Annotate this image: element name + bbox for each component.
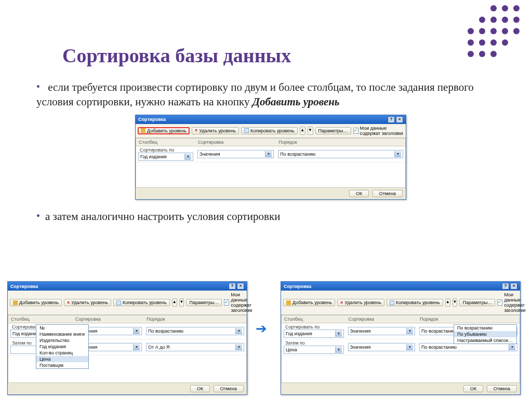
headers-checkbox[interactable]: ✓Мои данные содержат заголовки	[224, 292, 253, 313]
options-button[interactable]: Параметры…	[459, 299, 495, 306]
add-icon	[286, 300, 291, 305]
list-item[interactable]: Настраиваемый список…	[454, 337, 516, 344]
cancel-button[interactable]: Отмена	[373, 190, 403, 197]
col-column: Столбец	[8, 315, 73, 323]
sort-dialog-3: Сортировка ? × Добавить уровень ×Удалить…	[281, 281, 521, 395]
row-thenby: Затем по	[284, 339, 307, 347]
sort-dialog-2: Сортировка ? × Добавить уровень ×Удалить…	[7, 281, 247, 395]
row-sortby: Сортировать по	[284, 323, 321, 331]
close-icon[interactable]: ×	[396, 116, 403, 123]
add-icon	[13, 300, 18, 305]
delete-level-button[interactable]: ×Удалить уровень	[337, 299, 384, 306]
options-button[interactable]: Параметры…	[315, 127, 351, 134]
col-column: Столбец	[136, 139, 195, 146]
col-order: Порядок	[417, 315, 520, 323]
list-item[interactable]: Наименование книги	[36, 331, 88, 337]
headers-checkbox[interactable]: ✓Мои данные содержат заголовки	[497, 292, 526, 313]
copy-icon	[244, 128, 249, 133]
sort-dialog-1: Сортировка ? × Добавить уровень ×Удалить…	[135, 115, 406, 200]
list-item[interactable]: Цена	[36, 356, 88, 362]
delete-icon: ×	[195, 128, 197, 133]
ok-button[interactable]: ОК	[463, 385, 483, 392]
chevron-down-icon: ▾	[265, 151, 272, 157]
dialog-title: Сортировка	[138, 117, 166, 122]
close-icon[interactable]: ×	[237, 283, 244, 290]
order-combo-2[interactable]: По возрастанию▾	[419, 343, 517, 351]
list-item[interactable]: По возрастанию	[454, 325, 516, 331]
chevron-down-icon: ▾	[184, 154, 191, 160]
sorton-combo[interactable]: Значения▾	[348, 343, 415, 351]
copy-icon	[390, 300, 394, 305]
headers-checkbox[interactable]: ✓Мои данные содержат заголовки	[353, 126, 404, 136]
bullet-2: а затем аналогично настроить условия сор…	[36, 209, 501, 224]
order-dropdown[interactable]: По возрастанию По убыванию Настраиваемый…	[454, 324, 517, 344]
col-column: Столбец	[282, 315, 346, 323]
bullet-1-bold: Добавить уровень	[252, 95, 340, 108]
col-order: Порядок	[276, 139, 405, 146]
copy-level-button[interactable]: Копировать уровень	[113, 299, 170, 306]
column-combo-2[interactable]: Цена▾	[284, 346, 344, 354]
col-sort: Сортировка	[73, 315, 144, 323]
move-up-button[interactable]: ▲	[445, 298, 450, 307]
ok-button[interactable]: ОК	[349, 190, 369, 197]
delete-level-button[interactable]: ×Удалить уровень	[192, 127, 239, 134]
list-item[interactable]: Поставщик	[36, 362, 88, 368]
page-title: Сортировка базы данных	[62, 44, 532, 67]
decorative-dots	[468, 5, 522, 59]
cancel-button[interactable]: Отмена	[214, 385, 244, 392]
row-thenby: Затем по	[10, 339, 33, 347]
add-icon	[141, 128, 145, 133]
move-up-button[interactable]: ▲	[172, 298, 177, 307]
col-order: Порядок	[144, 315, 246, 323]
bullet-1: если требуется произвести сортировку по …	[36, 80, 501, 109]
column-combo[interactable]: Год издания▾	[284, 330, 344, 338]
delete-level-button[interactable]: ×Удалить уровень	[64, 299, 111, 306]
column-combo[interactable]: Год издания▾	[138, 153, 193, 161]
arrow-right-icon: ➔	[256, 321, 267, 337]
delete-icon: ×	[67, 300, 70, 305]
move-down-button[interactable]: ▼	[453, 298, 458, 307]
cancel-button[interactable]: Отмена	[487, 385, 517, 392]
copy-icon	[116, 300, 121, 305]
add-level-button[interactable]: Добавить уровень	[10, 299, 62, 306]
dialog-title: Сортировка	[10, 284, 38, 289]
order-combo[interactable]: По возрастанию▾	[278, 150, 403, 158]
col-sort: Сортировка	[195, 139, 276, 146]
move-down-button[interactable]: ▼	[179, 298, 184, 307]
add-level-button[interactable]: Добавить уровень	[283, 299, 335, 306]
chevron-down-icon: ▾	[394, 151, 401, 157]
delete-icon: ×	[340, 300, 343, 305]
copy-level-button[interactable]: Копировать уровень	[241, 127, 298, 134]
close-icon[interactable]: ×	[510, 283, 517, 290]
list-item[interactable]: Год издания	[36, 344, 88, 350]
list-item[interactable]: По убыванию	[454, 331, 516, 337]
help-icon[interactable]: ?	[502, 283, 509, 290]
field-dropdown[interactable]: № Наименование книги Издательство Год из…	[36, 324, 89, 369]
sorton-combo[interactable]: Значения▾	[348, 327, 415, 335]
list-item[interactable]: Издательство	[36, 337, 88, 344]
order-combo[interactable]: От А до Я▾	[146, 343, 244, 351]
list-item[interactable]: Кол-во страниц	[36, 350, 88, 356]
help-icon[interactable]: ?	[388, 116, 395, 123]
move-down-button[interactable]: ▼	[308, 127, 313, 135]
options-button[interactable]: Параметры…	[186, 299, 222, 306]
add-level-button[interactable]: Добавить уровень	[138, 127, 190, 134]
dialog-title: Сортировка	[284, 284, 311, 289]
copy-level-button[interactable]: Копировать уровень	[387, 299, 443, 306]
list-item[interactable]: №	[36, 325, 88, 331]
move-up-button[interactable]: ▲	[300, 127, 305, 135]
order-combo[interactable]: По возрастанию▾	[146, 327, 244, 335]
help-icon[interactable]: ?	[229, 283, 236, 290]
sorton-combo[interactable]: Значения▾	[197, 150, 274, 158]
col-sort: Сортировка	[346, 315, 417, 323]
row-sortby: Сортировать по	[138, 146, 176, 154]
ok-button[interactable]: ОК	[190, 385, 210, 392]
